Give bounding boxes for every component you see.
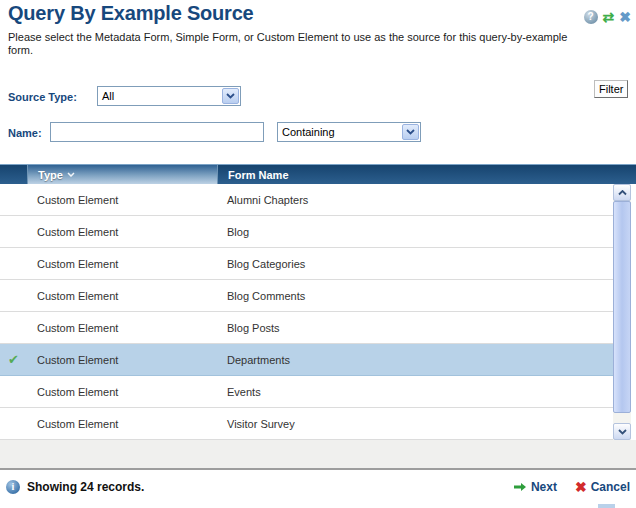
type-cell: Custom Element [27, 290, 217, 302]
table-row[interactable]: Custom Element Blog Posts [0, 312, 613, 344]
column-header-form-name-label: Form Name [228, 169, 289, 181]
help-icon[interactable]: ? [584, 10, 598, 24]
status-text: Showing 24 records. [27, 480, 144, 494]
table-row[interactable]: Custom Element Blog [0, 216, 613, 248]
scroll-up-icon[interactable] [613, 184, 631, 201]
footer: i Showing 24 records. Next ✖ Cancel [0, 472, 636, 508]
form-name-cell: Events [217, 386, 613, 398]
match-type-select[interactable]: Containing [277, 122, 421, 142]
form-list: Custom Element Alumni Chapters Custom El… [0, 184, 613, 440]
source-type-value: All [98, 90, 221, 102]
list-scrollbar[interactable] [613, 184, 631, 440]
selection-cell: ✔ [0, 352, 27, 367]
form-name-cell: Blog Posts [217, 322, 613, 334]
window-controls: ? ⇄ ✖ [584, 10, 631, 24]
type-cell: Custom Element [27, 354, 217, 366]
close-icon[interactable]: ✖ [619, 10, 631, 24]
source-type-select[interactable]: All [97, 86, 241, 106]
name-input[interactable] [50, 122, 264, 142]
resize-corner-mark [598, 504, 615, 508]
type-cell: Custom Element [27, 258, 217, 270]
type-cell: Custom Element [27, 194, 217, 206]
type-cell: Custom Element [27, 226, 217, 238]
chevron-down-icon[interactable] [222, 88, 239, 104]
page-title: Query By Example Source [8, 2, 254, 25]
selection-column-header [0, 165, 27, 184]
type-cell: Custom Element [27, 322, 217, 334]
column-header-form-name[interactable]: Form Name [217, 165, 636, 184]
table-row[interactable]: Custom Element Blog Categories [0, 248, 613, 280]
record-count-status: i Showing 24 records. [6, 480, 144, 494]
type-cell: Custom Element [27, 386, 217, 398]
table-row[interactable]: Custom Element Events [0, 376, 613, 408]
cancel-button-label: Cancel [591, 480, 630, 494]
footer-actions: Next ✖ Cancel [513, 480, 630, 494]
name-label: Name: [8, 127, 42, 139]
table-row[interactable]: Custom Element Visitor Survey [0, 408, 613, 440]
list-footer-strip [0, 440, 636, 470]
form-name-cell: Alumni Chapters [217, 194, 613, 206]
info-icon: i [6, 480, 20, 494]
scrollbar-thumb[interactable] [613, 201, 631, 413]
form-name-cell: Blog Categories [217, 258, 613, 270]
next-button-label: Next [531, 480, 557, 494]
source-type-label: Source Type: [8, 91, 77, 103]
table-header: Type Form Name [0, 164, 636, 184]
refresh-icon[interactable]: ⇄ [603, 10, 615, 24]
scroll-down-icon[interactable] [613, 423, 631, 440]
column-header-type-label: Type [38, 169, 63, 181]
chevron-down-icon[interactable] [402, 124, 419, 140]
cancel-x-icon: ✖ [575, 480, 587, 494]
match-type-value: Containing [278, 126, 401, 138]
cancel-button[interactable]: ✖ Cancel [575, 480, 630, 494]
table-row[interactable]: ✔ Custom Element Departments [0, 344, 613, 376]
table-row[interactable]: Custom Element Alumni Chapters [0, 184, 613, 216]
column-header-type[interactable]: Type [27, 165, 217, 184]
table-row[interactable]: Custom Element Blog Comments [0, 280, 613, 312]
selected-check-icon: ✔ [8, 352, 19, 367]
sort-desc-icon [67, 172, 75, 177]
filter-button[interactable]: Filter [594, 80, 628, 98]
form-name-cell: Blog [217, 226, 613, 238]
form-name-cell: Blog Comments [217, 290, 613, 302]
page-description: Please select the Metadata Form, Simple … [8, 31, 582, 57]
next-button[interactable]: Next [513, 480, 557, 494]
type-cell: Custom Element [27, 418, 217, 430]
next-arrow-icon [513, 482, 527, 492]
form-name-cell: Visitor Survey [217, 418, 613, 430]
form-name-cell: Departments [217, 354, 613, 366]
